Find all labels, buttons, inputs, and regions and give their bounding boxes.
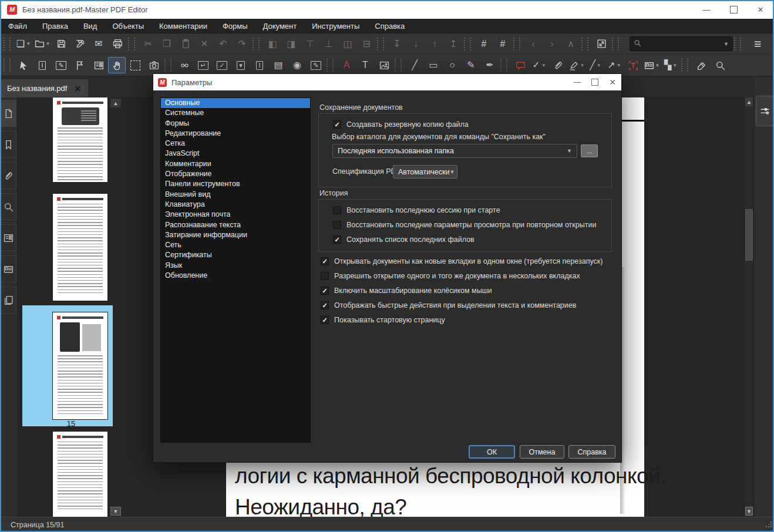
save-as-icon[interactable]: [70, 36, 89, 52]
arrange-pages-icon[interactable]: ▚▼: [661, 57, 680, 73]
category-item[interactable]: Основные: [161, 98, 310, 108]
toolbar-grip[interactable]: [4, 38, 11, 50]
toolbar-grip[interactable]: [327, 59, 334, 72]
category-item[interactable]: Клавиатура: [161, 200, 310, 210]
category-item[interactable]: Язык: [161, 261, 310, 271]
line-tool-icon[interactable]: ╱: [405, 57, 424, 73]
menu-item-help[interactable]: Справка: [375, 22, 405, 31]
attach-file-icon[interactable]: [548, 57, 567, 73]
center-vertical-icon[interactable]: ⊟: [357, 36, 376, 52]
search-input[interactable]: ▼: [630, 36, 733, 51]
menu-item-forms[interactable]: Формы: [223, 22, 248, 31]
edit-object-tool-icon[interactable]: ✎: [52, 57, 70, 73]
toolbar-grip[interactable]: [253, 38, 260, 50]
chevron-down-icon[interactable]: ▼: [541, 63, 546, 68]
scroll-down-button[interactable]: ▼: [745, 507, 753, 516]
chevron-down-icon[interactable]: ▼: [723, 41, 729, 47]
category-item[interactable]: Формы: [161, 119, 310, 129]
next-view-icon[interactable]: ›: [543, 36, 561, 52]
toolbar-grip[interactable]: [464, 38, 471, 50]
select-area-icon[interactable]: [126, 57, 144, 73]
edit-form-tool-icon[interactable]: [70, 57, 89, 73]
fit-window-icon[interactable]: [592, 36, 611, 52]
toolbar-grip[interactable]: [395, 59, 402, 72]
checkbox[interactable]: ✓: [333, 235, 341, 244]
category-item[interactable]: Системные: [161, 108, 310, 118]
checkbox[interactable]: [333, 221, 341, 229]
hand-tool-icon[interactable]: [108, 57, 126, 73]
menu-item-view[interactable]: Вид: [83, 22, 97, 31]
ink-eraser-icon[interactable]: [692, 57, 711, 73]
align-right-icon[interactable]: ◨: [282, 36, 301, 52]
category-item[interactable]: Электронная почта: [161, 210, 310, 220]
dialog-close-button[interactable]: ✕: [604, 74, 621, 90]
grid-icon[interactable]: #: [475, 36, 493, 52]
menu-item-document[interactable]: Документ: [263, 22, 297, 31]
bookmarks-panel-icon[interactable]: [1, 131, 16, 158]
save-icon[interactable]: [52, 36, 70, 52]
checkbox-row[interactable]: Разрешить открытие одного и того же доку…: [321, 272, 580, 280]
checkbox[interactable]: ✓: [321, 287, 329, 295]
document-tab[interactable]: Без названия.pdf ✕: [0, 79, 88, 97]
chevron-down-icon[interactable]: ▼: [617, 63, 621, 68]
fields-panel-icon[interactable]: [1, 224, 16, 251]
add-text-icon[interactable]: T: [356, 57, 375, 73]
check-stamp-icon[interactable]: ✓▼: [530, 57, 548, 73]
chevron-down-icon[interactable]: ▼: [26, 41, 31, 46]
toolbar-grip[interactable]: [734, 38, 741, 50]
chevron-down-icon[interactable]: ▼: [580, 63, 585, 68]
zoom-tool-icon[interactable]: [711, 57, 729, 73]
category-item[interactable]: Комментарии: [161, 159, 310, 169]
align-bottom-icon[interactable]: ⊥: [319, 36, 338, 52]
ellipse-tool-icon[interactable]: ○: [443, 57, 462, 73]
checkbox[interactable]: ✓: [321, 257, 329, 265]
category-item[interactable]: Редактирование: [161, 129, 310, 139]
open-file-icon[interactable]: ▼: [33, 36, 52, 52]
delete-icon[interactable]: ✕: [195, 36, 214, 52]
copy-icon[interactable]: ❐: [157, 36, 176, 52]
cut-icon[interactable]: ✂: [139, 36, 157, 52]
tab-close-icon[interactable]: ✕: [74, 84, 81, 93]
link-tool-icon[interactable]: [175, 57, 194, 73]
layers-panel-icon[interactable]: [1, 287, 16, 314]
text-field-icon[interactable]: I: [250, 57, 269, 73]
toolbar-grip[interactable]: [500, 59, 507, 72]
menu-item-comments[interactable]: Комментарии: [159, 22, 207, 31]
resize-grip[interactable]: [766, 526, 767, 527]
print-icon[interactable]: [108, 36, 127, 52]
checkbox-row[interactable]: ✓Показывать стартовую страницу: [321, 316, 445, 324]
add-image-icon[interactable]: [375, 57, 393, 73]
edit-text-tool-icon[interactable]: I: [33, 57, 52, 73]
checkbox[interactable]: ✓: [333, 120, 341, 129]
undo-icon[interactable]: ↶: [214, 36, 233, 52]
checkbox-row[interactable]: ✓Создавать резервную копию файла: [333, 120, 469, 129]
callout-tool-icon[interactable]: [511, 57, 530, 73]
dialog-maximize-button[interactable]: [586, 74, 604, 90]
button-field-icon[interactable]: ↵: [194, 57, 213, 73]
thumbnails-panel-icon[interactable]: [1, 100, 16, 127]
radio-field-icon[interactable]: ◉: [288, 57, 307, 73]
ok-button[interactable]: ОК: [469, 445, 515, 459]
signatures-panel-icon[interactable]: [1, 255, 16, 282]
snap-up-icon[interactable]: ↑: [425, 36, 444, 52]
checkbox-row[interactable]: ✓Открывать документы как новые вкладки в…: [321, 257, 603, 265]
textarea-field-icon[interactable]: ✎: [307, 57, 325, 73]
checkbox-row[interactable]: ✓Сохранять список последних файлов: [333, 235, 475, 244]
checkbox-row[interactable]: ✓Отображать быстрые действия при выделен…: [321, 301, 576, 309]
chevron-down-icon[interactable]: ▼: [655, 63, 660, 68]
page-thumbnail[interactable]: [53, 97, 107, 182]
pencil-tool-icon[interactable]: ✎: [462, 57, 480, 73]
category-item[interactable]: Панели инструментов: [161, 179, 310, 189]
menu-item-tools[interactable]: Инструменты: [312, 22, 359, 31]
cancel-button[interactable]: Отмена: [520, 445, 564, 459]
category-item[interactable]: Сетка: [161, 139, 310, 149]
new-document-icon[interactable]: ❏▼: [14, 36, 33, 52]
category-item[interactable]: Обновление: [161, 271, 310, 281]
send-email-icon[interactable]: ✉: [89, 36, 108, 52]
checkbox[interactable]: [321, 272, 329, 280]
align-left-icon[interactable]: ◧: [263, 36, 282, 52]
maximize-button[interactable]: [720, 0, 747, 19]
category-item[interactable]: JavaScript: [161, 149, 310, 159]
page-thumbnail[interactable]: [53, 432, 107, 517]
select-tool-icon[interactable]: [14, 57, 33, 73]
